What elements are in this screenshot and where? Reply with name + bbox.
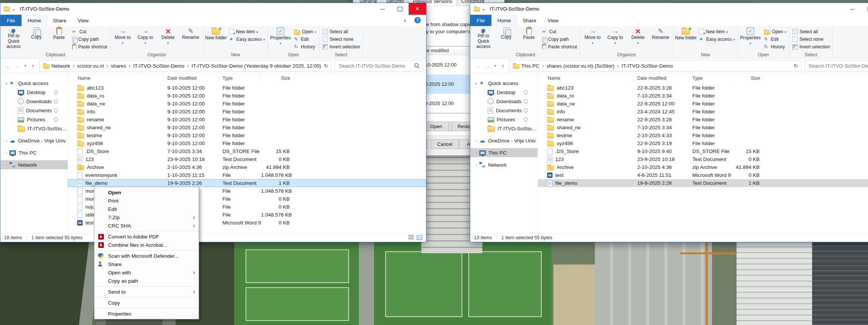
column-header[interactable]: Date modified [164, 75, 219, 81]
file-row[interactable]: data_ro 9-10-2025 12:00 File folder [68, 92, 426, 100]
file-row[interactable]: test 4-6-2025 11:51 Microsoft Word 9... … [538, 171, 868, 179]
ribbon-button[interactable]: New item [697, 28, 737, 36]
column-header[interactable]: Name [538, 75, 634, 81]
breadcrumb-segment[interactable]: IT-ITVO-SciStor-Demo [621, 63, 673, 69]
column-header[interactable]: Type [689, 75, 731, 81]
breadcrumb-segment[interactable]: shares [111, 63, 133, 69]
breadcrumb-segment[interactable]: IT-ITVO-SciStor-Demo (Yesterday 9 oktobe… [192, 63, 321, 69]
ribbon-button[interactable]: Cut [540, 28, 579, 36]
context-menu-item[interactable]: Send to [94, 288, 199, 296]
file-row[interactable]: testme 9-10-2025 12:00 File folder [68, 132, 426, 139]
maximize-button[interactable] [391, 3, 409, 15]
ribbon-tab[interactable]: Share [517, 15, 542, 26]
back-button[interactable] [473, 61, 483, 71]
sidebar-item[interactable]: › OneDrive - Vrije Univ [470, 136, 537, 145]
sidebar-item[interactable]: Downloads [470, 97, 537, 106]
ribbon-button[interactable]: Rename [179, 26, 202, 46]
sidebar-item[interactable]: ∨ Quick access [470, 79, 537, 88]
maximize-button[interactable] [861, 3, 868, 15]
file-row[interactable]: shared_rw 9-10-2025 12:00 File folder [68, 124, 426, 132]
up-button[interactable] [28, 61, 38, 71]
ribbon-button[interactable]: Paste [517, 26, 540, 49]
address-bar[interactable]: Network scistor.vu.nl shares IT-ITVO-Sci… [39, 60, 332, 71]
sidebar-item[interactable]: Desktop [0, 88, 68, 97]
ribbon-button[interactable]: Copy [495, 26, 517, 49]
ribbon-button[interactable]: Open [292, 28, 318, 36]
ribbon-tab[interactable]: View [542, 15, 564, 26]
context-menu-item[interactable]: Combine files in Acrobat... [94, 241, 199, 249]
ribbon-tab[interactable]: Home [22, 15, 47, 26]
sidebar-item[interactable]: › This PC [0, 148, 68, 157]
tree-expander-icon[interactable]: › [3, 163, 9, 167]
breadcrumb-separator-icon[interactable] [70, 63, 77, 69]
context-menu-item[interactable]: Scan with Microsoft Defender... [94, 252, 199, 260]
search-box[interactable] [335, 60, 423, 71]
ribbon-tab[interactable]: Home [491, 15, 517, 26]
context-menu-item[interactable]: Share [94, 260, 199, 268]
ribbon-button[interactable]: Open [762, 28, 788, 36]
forward-button[interactable] [483, 61, 492, 71]
breadcrumb-segment[interactable]: shares (scistor.vu.nl) (SciStor) [547, 63, 622, 69]
back-button[interactable] [3, 61, 13, 71]
ribbon-button[interactable]: Delete [627, 26, 649, 46]
file-row[interactable]: file_demo 19-9-2025 2:26 Text Document 1… [538, 179, 868, 187]
minimize-button[interactable] [374, 3, 391, 15]
ribbon-button[interactable]: Cut [70, 28, 109, 36]
sidebar-item[interactable]: › Network [0, 160, 68, 169]
cancel-button[interactable]: Cancel [431, 139, 459, 149]
tree-expander-icon[interactable]: › [473, 151, 479, 155]
file-row[interactable]: xyz456 9-10-2025 12:00 File folder [68, 139, 426, 147]
file-row[interactable]: info 23-4-2024 12:45 File folder [538, 108, 868, 116]
refresh-icon[interactable] [324, 63, 328, 69]
sidebar-item[interactable]: Downloads [0, 97, 68, 106]
breadcrumb-segment[interactable]: scistor.vu.nl [77, 63, 111, 69]
ribbon-button[interactable]: Copy path [70, 36, 109, 43]
file-row[interactable]: info 9-10-2025 12:00 File folder [68, 108, 426, 116]
ribbon-tab[interactable]: View [72, 15, 94, 26]
ribbon-button[interactable]: Pin to Quick access [472, 26, 495, 49]
ribbon-button[interactable]: Select none [791, 36, 832, 43]
sidebar-item[interactable]: Pictures [0, 115, 68, 124]
search-box[interactable] [805, 60, 868, 71]
sidebar-item[interactable]: Desktop [470, 88, 537, 97]
breadcrumb-separator-icon[interactable] [126, 63, 133, 69]
file-row[interactable]: abc123 22-9-2025 3:28 File folder [538, 84, 868, 92]
ribbon-button[interactable]: Edit [762, 36, 788, 43]
file-row[interactable]: file_demo 19-9-2025 2:26 Text Document 1… [68, 179, 426, 187]
ribbon-button[interactable]: New item [227, 28, 267, 36]
minimize-button[interactable] [844, 3, 861, 15]
tree-expander-icon[interactable]: › [473, 139, 479, 143]
ribbon-tab[interactable]: Share [47, 15, 72, 26]
ribbon-button[interactable]: Select all [321, 28, 362, 36]
forward-button[interactable] [13, 61, 22, 71]
ribbon-button[interactable]: New folder [205, 26, 227, 41]
sidebar-item[interactable]: IT-ITVO-SciStor-I... [0, 124, 68, 133]
context-menu-item[interactable]: Edit [94, 205, 199, 213]
file-row[interactable]: .DS_Store 7-10-2025 3:34 DS_STORE File 1… [68, 147, 426, 155]
ribbon-button[interactable]: Edit [292, 36, 318, 43]
ribbon-button[interactable]: Copy to [604, 26, 627, 46]
up-button[interactable] [498, 61, 508, 71]
breadcrumb-separator-icon[interactable] [539, 63, 547, 69]
breadcrumb-separator-icon[interactable] [184, 63, 192, 69]
ribbon-button[interactable]: Select all [791, 28, 832, 36]
sidebar-item[interactable]: Documents [0, 106, 68, 115]
address-bar[interactable]: This PC shares (scistor.vu.nl) (SciStor)… [509, 60, 802, 71]
context-menu-item[interactable]: 7-Zip [94, 213, 199, 221]
file-row[interactable]: rename 22-9-2025 3:28 File folder [538, 116, 868, 124]
list-view-toggle-icon[interactable] [408, 235, 414, 240]
breadcrumb-segment[interactable]: IT-ITVO-SciStor-Demo [133, 63, 192, 69]
refresh-icon[interactable] [794, 63, 798, 69]
ribbon-tab[interactable]: File [470, 15, 491, 26]
sidebar-item[interactable]: Pictures [470, 115, 537, 124]
context-menu-item[interactable]: Open with [94, 268, 199, 277]
file-row[interactable]: testme 2-10-2025 4:33 File folder [538, 132, 868, 139]
file-row[interactable]: Archive 2-10-2025 4:36 zip Archive 41.89… [538, 163, 868, 171]
column-header[interactable]: Size [261, 75, 293, 81]
ribbon-button[interactable]: Delete [157, 26, 179, 46]
context-menu-item[interactable]: Convert to Adobe PDF [94, 232, 199, 241]
sidebar-item[interactable]: ∨ Quick access [0, 79, 68, 88]
tree-expander-icon[interactable]: ∨ [3, 81, 9, 85]
ribbon-button[interactable]: Paste shortcut [70, 43, 109, 51]
ribbon-button[interactable]: Invert selection [321, 43, 362, 51]
